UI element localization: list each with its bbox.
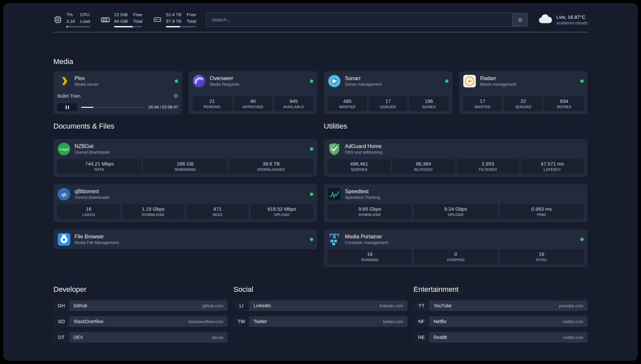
stat-tile: 86,384BLOCKED (392, 159, 455, 174)
memory-icon (101, 15, 110, 24)
stat-tile: 498,461QUERIES (328, 159, 390, 174)
stat-tile: 16RUNNING (328, 249, 412, 264)
status-dot (175, 79, 178, 83)
stat-tile: 47.571 msLATENCY (521, 159, 584, 174)
svg-text:qb: qb (61, 192, 67, 197)
playback-time: 24:44 / 02:06:47 (148, 105, 178, 109)
memory-usage-fill (114, 26, 133, 27)
plex-card[interactable]: Plex Media server Bullet Train ⚙ 24:44 /… (53, 71, 182, 114)
stat-tile: 618.52 MbpsUPLOAD (251, 204, 313, 219)
speedtest-card[interactable]: Speedtest Speedtest Tracking 9.65 GbpsDO… (324, 184, 588, 222)
search-input[interactable] (206, 13, 513, 26)
memory-widget: 22 GiB64 GiB FreeTotal (101, 12, 142, 27)
service-name: Sonarr (345, 76, 441, 81)
settings-gear-icon[interactable]: ⚙ (173, 93, 178, 99)
bookmark-github[interactable]: GH Githubgithub.com (53, 300, 228, 311)
radarr-card[interactable]: Radarr Movie management 17WANTED 22QUEUE… (459, 71, 588, 114)
service-name: Speedtest (345, 189, 584, 195)
status-dot (310, 79, 313, 83)
service-name: Overseerr (210, 76, 306, 81)
resource-widgets: 7%3.24 CPULoad 22 GiB6 (53, 12, 196, 27)
service-name: AdGuard Home (345, 143, 584, 149)
stat-tile: 744.21 MbpsRATE (57, 159, 141, 174)
cpu-widget: 7%3.24 CPULoad (53, 12, 90, 27)
service-desc: Media File Management (75, 240, 306, 245)
service-desc: Media server (75, 82, 171, 87)
portainer-stats: 16RUNNING 0STOPPED 16TOTAL (328, 249, 584, 264)
playback-progress-bar (81, 107, 144, 108)
bookmark-youtube[interactable]: YT YouTubeyoutube.com (413, 300, 588, 311)
bookmark-linkedin[interactable]: LI LinkedInlinkedin.com (233, 300, 408, 311)
status-dot (310, 147, 313, 151)
service-desc: Usenet downloader (75, 150, 306, 155)
nzbget-card[interactable]: nzbget NZBGet Usenet downloader 744.21 M… (53, 139, 317, 177)
qbittorrent-card[interactable]: qb qBittorrent Torrent downloader 16LEEC… (53, 184, 317, 222)
utilities-column: Utilities AdGuard Home DNS and adblockin… (324, 122, 588, 267)
weather-condition: scattered clouds (556, 20, 588, 25)
service-name: File Browser (75, 234, 306, 240)
service-name: Radarr (480, 76, 576, 81)
service-desc: Torrent downloader (75, 195, 306, 200)
pause-button[interactable] (57, 103, 77, 111)
svg-text:nzbget: nzbget (59, 147, 69, 151)
qbittorrent-stats: 16LEECH 1.19 GbpsDOWNLOAD 471SEED 618.52… (57, 204, 313, 219)
sonarr-card[interactable]: Sonarr Series management 485WANTED 17QUE… (324, 71, 452, 114)
adguard-stats: 498,461QUERIES 86,384BLOCKED 2,953FILTER… (328, 159, 584, 174)
stat-tile: 9.65 GbpsDOWNLOAD (328, 204, 412, 219)
stat-tile: 485WANTED (328, 96, 367, 111)
filebrowser-card[interactable]: File Browser Media File Management (53, 229, 317, 249)
service-name: qBittorrent (75, 189, 306, 195)
filebrowser-icon (57, 233, 71, 246)
now-playing-title: Bullet Train (57, 93, 80, 99)
nzbget-icon: nzbget (57, 142, 71, 156)
section-title-media: Media (53, 57, 588, 66)
service-name: NZBGet (75, 143, 306, 149)
bookmarks-section: Developer GH Githubgithub.com SO StackOv… (53, 285, 588, 358)
status-dot (310, 193, 313, 196)
service-desc: Movie management (480, 82, 576, 87)
media-grid: Plex Media server Bullet Train ⚙ 24:44 /… (53, 71, 588, 114)
adguard-card[interactable]: AdGuard Home DNS and adblocking 498,461Q… (324, 139, 588, 177)
service-name: Media Portainer (345, 234, 576, 240)
section-title-utilities: Utilities (324, 122, 588, 131)
stat-tile: 834MOVIES (544, 96, 584, 111)
bookmark-dev[interactable]: DT DEVdev.to (53, 332, 228, 343)
stat-tile: 945AVAILABLE (274, 96, 313, 111)
search-provider-button[interactable]: G (512, 13, 528, 26)
disk-usage-bar (166, 26, 196, 27)
bookmark-netflix[interactable]: NF Netflixnetflix.com (413, 316, 588, 327)
cpu-labels: CPULoad (80, 12, 90, 24)
documents-column: Documents & Files nzbget NZBGet Usenet d… (53, 122, 317, 249)
status-dot (445, 79, 448, 83)
memory-values: 22 GiB64 GiB (114, 12, 128, 24)
portainer-card[interactable]: Media Portainer Container management 16R… (324, 229, 588, 267)
bookmark-reddit[interactable]: RE Redditreddit.com (413, 332, 588, 343)
disk-widget: 52.4 TB97.9 TB FreeTotal (153, 12, 196, 27)
stat-tile: 196SERIES (409, 96, 448, 111)
status-dot (580, 79, 584, 83)
stat-tile: 471SEED (186, 204, 249, 219)
qbittorrent-icon: qb (57, 188, 71, 201)
speedtest-stats: 9.65 GbpsDOWNLOAD 9.24 GbpsUPLOAD 0.993 … (328, 204, 584, 219)
stat-tile: 39.6 TBDOWNLOADED (229, 159, 313, 174)
disk-icon (153, 15, 162, 24)
media-player: 24:44 / 02:06:47 (57, 103, 178, 111)
bookmark-stackoverflow[interactable]: SO StackOverflowstackoverflow.com (53, 316, 228, 327)
topbar: 7%3.24 CPULoad 22 GiB6 (53, 12, 588, 27)
memory-usage-bar (114, 26, 142, 27)
service-desc: Container management (345, 240, 576, 245)
bookmark-twitter[interactable]: TW Twittertwitter.com (233, 316, 408, 327)
section-title-developer: Developer (53, 285, 228, 294)
stat-tile: 0STOPPED (413, 249, 498, 264)
portainer-icon (328, 233, 341, 246)
overseerr-card[interactable]: Overseerr Media Requests 21PENDING 40APP… (189, 71, 317, 114)
nzbget-stats: 744.21 MbpsRATE 266 GBREMAINING 39.6 TBD… (57, 159, 313, 174)
stat-tile: 266 GBREMAINING (143, 159, 227, 174)
adguard-icon (328, 142, 341, 156)
plex-icon (57, 75, 71, 88)
cpu-usage-bar (66, 26, 90, 27)
service-desc: Speedtest Tracking (345, 195, 584, 200)
stat-tile: 17QUEUED (369, 96, 408, 111)
cpu-icon (53, 15, 62, 24)
status-dot (580, 238, 584, 241)
